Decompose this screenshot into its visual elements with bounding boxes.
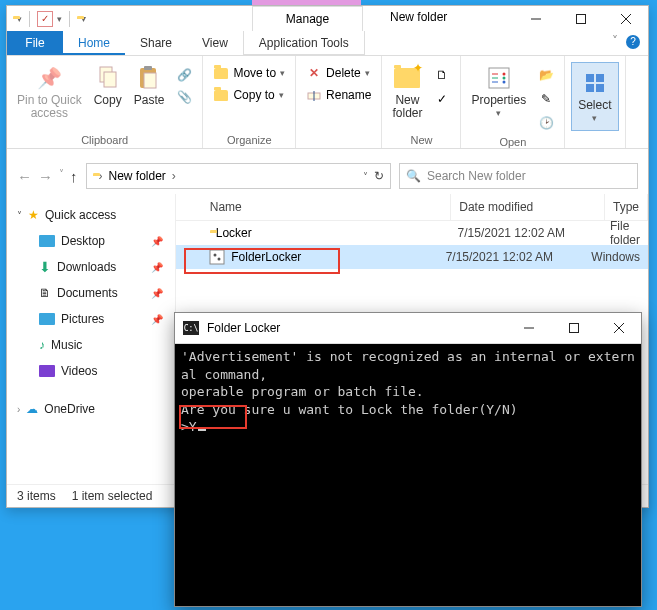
qat-overflow-icon[interactable]: ▾ [81, 13, 86, 24]
copy-to-button[interactable]: Copy to▾ [209, 84, 287, 106]
svg-point-16 [502, 77, 505, 80]
ribbon-group-label: New [388, 132, 454, 148]
forward-button[interactable]: → [38, 168, 53, 185]
breadcrumb-chevron-icon[interactable]: › [172, 169, 176, 183]
ribbon-tabs: File Home Share View Application Tools [7, 31, 648, 56]
onedrive-icon: ☁ [26, 402, 38, 416]
ribbon-group-new: ✦New folder 🗋 ✓ New [382, 56, 461, 148]
ribbon-group-label: Organize [209, 132, 289, 148]
paste-shortcut-button[interactable]: 📎 [172, 86, 196, 108]
tab-share[interactable]: Share [125, 31, 187, 55]
move-to-button[interactable]: Move to▾ [209, 62, 289, 84]
column-name[interactable]: Name [202, 194, 451, 220]
separator [69, 11, 70, 27]
svg-rect-7 [144, 73, 156, 88]
svg-rect-18 [586, 74, 594, 82]
maximize-button[interactable] [551, 313, 596, 343]
ribbon-group-open: Properties▾ 📂 ✎ 🕑 Open [461, 56, 565, 148]
ribbon-group-label: Open [467, 134, 558, 150]
close-button[interactable] [596, 313, 641, 343]
tree-documents[interactable]: 🗎Documents📌 [7, 280, 175, 306]
cmd-window: C:\ Folder Locker 'Advertisement' is not… [174, 312, 642, 607]
tree-quick-access[interactable]: ˅★Quick access [7, 202, 175, 228]
svg-rect-19 [596, 74, 604, 82]
back-button[interactable]: ← [17, 168, 32, 185]
chevron-down-icon[interactable]: ˅ [17, 210, 22, 221]
refresh-icon[interactable]: ↻ [374, 169, 384, 183]
select-icon [581, 69, 609, 97]
breadcrumb[interactable]: › New folder › ˅ ↻ [86, 163, 392, 189]
delete-button[interactable]: ✕Delete▾ [302, 62, 374, 84]
svg-rect-26 [569, 324, 578, 333]
open-button[interactable]: 📂 [534, 64, 558, 86]
videos-icon [39, 365, 55, 377]
tab-home[interactable]: Home [63, 31, 125, 55]
tree-onedrive[interactable]: ›☁OneDrive [7, 396, 175, 422]
tab-view[interactable]: View [187, 31, 243, 55]
list-item[interactable]: Locker 7/15/2021 12:02 AM File folder [176, 221, 648, 245]
chevron-right-icon[interactable]: › [17, 404, 20, 415]
cmd-title: Folder Locker [207, 321, 280, 335]
cursor [198, 428, 206, 431]
window-controls [513, 6, 648, 31]
maximize-button[interactable] [558, 6, 603, 31]
minimize-button[interactable] [506, 313, 551, 343]
svg-rect-20 [586, 84, 594, 92]
edit-button[interactable]: ✎ [534, 88, 558, 110]
tree-music[interactable]: ♪Music [7, 332, 175, 358]
close-button[interactable] [603, 6, 648, 31]
nav-buttons: ← → ˅ ↑ [17, 168, 78, 185]
history-button[interactable]: 🕑 [534, 112, 558, 134]
minimize-button[interactable] [513, 6, 558, 31]
breadcrumb-chevron-icon[interactable]: › [99, 169, 103, 183]
cmd-titlebar[interactable]: C:\ Folder Locker [175, 313, 641, 344]
paste-button[interactable]: Paste [130, 62, 169, 109]
breadcrumb-item[interactable]: New folder [109, 169, 166, 183]
pin-icon: 📌 [151, 262, 163, 273]
tree-videos[interactable]: Videos [7, 358, 175, 384]
checkbox-icon[interactable]: ✓ [37, 11, 53, 27]
cmd-icon: C:\ [183, 321, 199, 335]
tab-file[interactable]: File [7, 31, 63, 55]
terminal[interactable]: 'Advertisement' is not recognized as an … [175, 344, 641, 606]
help-icon[interactable]: ? [626, 35, 640, 49]
paste-icon [135, 64, 163, 92]
column-date[interactable]: Date modified [451, 194, 605, 220]
svg-point-24 [218, 258, 221, 261]
column-type[interactable]: Type [605, 194, 648, 220]
tab-application-tools[interactable]: Application Tools [243, 31, 365, 55]
list-item[interactable]: FolderLocker 7/15/2021 12:02 AM Windows [176, 245, 648, 269]
tree-downloads[interactable]: ⬇Downloads📌 [7, 254, 175, 280]
new-folder-button[interactable]: ✦New folder [388, 62, 426, 122]
copy-path-button[interactable]: 🔗 [172, 64, 196, 86]
ribbon-collapse-icon[interactable]: ˅ [612, 34, 618, 48]
copy-button[interactable]: Copy [90, 62, 126, 109]
edit-icon: ✎ [538, 91, 554, 107]
tree-desktop[interactable]: Desktop📌 [7, 228, 175, 254]
new-item-button[interactable]: 🗋 [430, 64, 454, 86]
easy-access-button[interactable]: ✓ [430, 88, 454, 110]
select-button[interactable]: Select▾ [571, 62, 618, 131]
rename-icon [306, 87, 322, 103]
new-item-icon: 🗋 [434, 67, 450, 83]
address-bar: ← → ˅ ↑ › New folder › ˅ ↻ 🔍 Search New … [7, 160, 648, 192]
batch-file-icon [209, 249, 225, 265]
shortcut-icon: 📎 [176, 89, 192, 105]
qat-dropdown-icon[interactable]: ▾ [57, 14, 62, 24]
properties-button[interactable]: Properties▾ [467, 62, 530, 121]
svg-point-23 [214, 254, 217, 257]
pictures-icon [39, 313, 55, 325]
dropdown-icon[interactable]: ˅ [363, 171, 368, 182]
pin-to-quick-access-button[interactable]: 📌Pin to Quick access [13, 62, 86, 122]
svg-point-17 [502, 81, 505, 84]
up-button[interactable]: ↑ [70, 168, 78, 185]
recent-dropdown-icon[interactable]: ˅ [59, 168, 64, 185]
documents-icon: 🗎 [39, 286, 51, 300]
delete-icon: ✕ [306, 65, 322, 81]
search-input[interactable]: 🔍 Search New folder [399, 163, 638, 189]
navigation-pane: ˅★Quick access Desktop📌 ⬇Downloads📌 🗎Doc… [7, 194, 176, 485]
rename-button[interactable]: Rename [302, 84, 375, 106]
tree-pictures[interactable]: Pictures📌 [7, 306, 175, 332]
svg-rect-21 [596, 84, 604, 92]
history-icon: 🕑 [538, 115, 554, 131]
